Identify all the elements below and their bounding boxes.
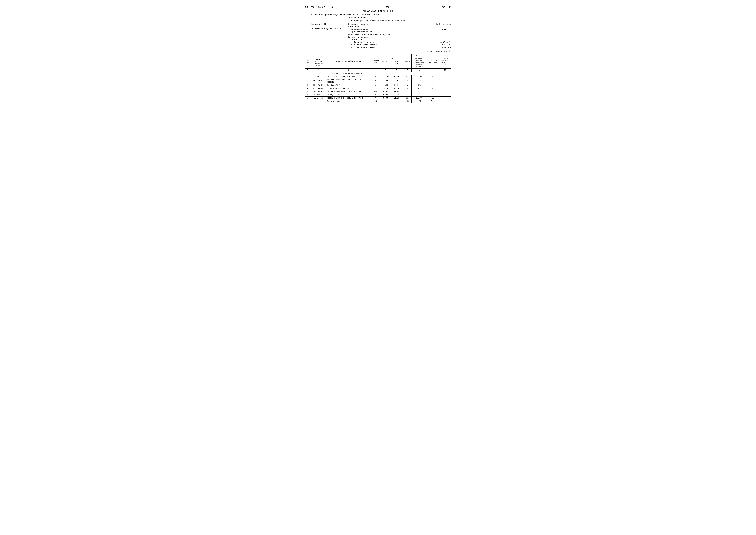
- total-qty: [381, 99, 390, 103]
- cost-row-item1: 1. Расчетную единицу 0,48 руб.: [347, 41, 451, 43]
- table-row: 5 ШО-54-7 Кабель марки ТШШОx2x0,5 по сте…: [305, 90, 451, 93]
- pokazateli-label: Показатели по смете: [347, 36, 451, 38]
- total-pricecode: [310, 99, 326, 103]
- col-header-name: Наименование работ и затрат: [326, 54, 370, 69]
- row5-total: I: [403, 90, 411, 93]
- row6-salary: –: [427, 93, 439, 97]
- section-header-row: Раздел I. Монтаж материалов: [305, 72, 451, 75]
- item1-value: 0,48 руб.: [441, 41, 451, 43]
- total-unit: руб: [371, 99, 381, 103]
- cost-row-item3: 3. 1 м3 объема здания 0,04 –"–: [347, 46, 451, 49]
- montazh-label: б) монтажных работ: [347, 31, 451, 33]
- top-header: Т.П. 703-2-1.86 Ал.7 ч.2 – I30 – 21541-0…: [305, 6, 451, 8]
- table-header-row: №№ пп № прейск. УСН, расценок (ценника) …: [305, 54, 451, 69]
- row5-norm: I/–: [411, 90, 427, 93]
- row7-name: Провод марки ТРП-Ix2x0,5 по стене: [326, 97, 370, 99]
- smetnaya-value: 0,40 тыс.руб.: [436, 23, 451, 25]
- header-left: Т.П. 703-2-1.86 Ал.7 ч.2: [305, 6, 333, 8]
- project-line2: в таре на поддонах: [334, 16, 382, 18]
- row7-pricecode: ШО-54-I2: [310, 97, 326, 99]
- col-header-salary: Основная зарплата: [427, 54, 439, 69]
- total-num: [305, 99, 310, 103]
- row1-unitcost: 0,45: [390, 75, 403, 78]
- row3-norm: 8/5: [411, 84, 427, 87]
- row1-total: 50: [403, 75, 411, 78]
- row1-unit: шт: [371, 75, 381, 78]
- row2-mach: –: [439, 78, 451, 84]
- row1-qty: II0,00: [381, 75, 390, 78]
- col-header-unitcost: Стоимость единицы руб.: [390, 54, 403, 69]
- item2-label: 2. 1 м2 площади здания: [351, 44, 377, 46]
- row4-norm: 28/I6: [411, 87, 427, 90]
- row6-unitcost: I0,00: [390, 93, 403, 97]
- section-label: Раздел I. Монтаж материалов: [305, 72, 451, 75]
- row7-unitcost: II,20: [390, 97, 403, 99]
- cost-info: Сметная стоимость 0,40 тыс.руб. в том чи…: [347, 23, 451, 49]
- document-title-block: ЛОКАЛЬНАЯ СМЕТА I–I8: [305, 10, 451, 13]
- table-row: 4 ШI-580-II Резисторы и конденсаторы " I…: [305, 87, 451, 90]
- item1-label: 1. Расчетную единицу: [351, 41, 374, 43]
- cost-row-smetnaya: Сметная стоимость 0,40 тыс.руб.: [347, 23, 451, 25]
- table-row: 2 ШО-972-I0 Коробка распределительная на…: [305, 78, 451, 84]
- col-header-total: Всего: [403, 54, 411, 69]
- row3-num: 3: [305, 84, 310, 87]
- row6-qty: 0,03: [381, 93, 390, 97]
- row3-qty: I3,00: [381, 84, 390, 87]
- row6-total: I: [403, 93, 411, 97]
- basis-section: Основание: СС–I Составлена в ценах 1984 …: [305, 23, 347, 49]
- row4-total: I6: [403, 87, 411, 90]
- row1-pricecode: ШО-743-I: [310, 75, 326, 78]
- colnum-5: 5: [381, 69, 390, 72]
- col-header-qty: Колич.: [381, 54, 390, 69]
- row3-salary: 5: [427, 84, 439, 87]
- row2-norm: 4/2: [411, 78, 427, 84]
- row7-qty: 5,33: [381, 97, 390, 99]
- colnum-8: 8: [411, 69, 427, 72]
- oboryd-label: а) оборудования: [351, 28, 368, 31]
- row7-unit: ": [371, 97, 381, 99]
- row1-name: Извещатель тепловой ИП-I05-2/I: [326, 75, 370, 78]
- col-header-unit: Единица изм.: [371, 54, 381, 69]
- row5-pricecode: ШО-54-7: [310, 90, 326, 93]
- row5-num: 5: [305, 90, 310, 93]
- col-header-pricecode: № прейск. УСН, расценок (ценника) и др.: [310, 54, 326, 69]
- vt-label: в том числе:: [347, 26, 451, 28]
- row6-norm: –: [411, 93, 427, 97]
- row4-name: Резисторы и конденсаторы: [326, 87, 370, 90]
- row1-norm: 77/44: [411, 75, 427, 78]
- item3-label: 3. 1 м3 объема здания: [351, 46, 376, 49]
- colnum-3: 3: [326, 69, 370, 72]
- row4-qty: II4,00: [381, 87, 390, 90]
- project-block: К типовому проекту Фруктохранилище из ДМ…: [305, 14, 451, 18]
- total-salary: I25: [427, 99, 439, 103]
- overall-cost-label: Общая стоимость, руб.: [426, 50, 450, 52]
- header-right: 21541-06: [442, 6, 451, 8]
- row3-mach: –: [439, 84, 451, 87]
- row6-pricecode: П8-I49-I: [310, 93, 326, 97]
- row5-name: Кабель марки ТШШОx2x0,5 по стене: [326, 90, 370, 93]
- colnum-9: 9: [427, 69, 439, 72]
- row1-salary: 44: [427, 75, 439, 78]
- row1-num: I: [305, 75, 310, 78]
- row2-unit: ": [371, 78, 381, 84]
- overall-cost-header-area: Общая стоимость, руб.: [305, 50, 451, 52]
- table-row: I ШО-743-I Извещатель тепловой ИП-I05-2/…: [305, 75, 451, 78]
- document-title: ЛОКАЛЬНАЯ СМЕТА I–I8: [305, 10, 451, 13]
- basis-line2: Составлена в ценах 1984 г: [311, 28, 347, 30]
- total-row: Всего по разделу I руб 259 2I9 I25 –: [305, 99, 451, 103]
- row7-mach: –: [439, 97, 451, 99]
- project-line1: Фруктохранилище из ДМК вместимостью 800 …: [334, 14, 382, 16]
- row4-mach: –: [439, 87, 451, 90]
- row5-qty: 0,02: [381, 90, 390, 93]
- stoimost-label: Стоимость на:: [347, 39, 451, 41]
- item3-value: 0,04 –"–: [442, 46, 451, 49]
- colnum-2: 2: [310, 69, 326, 72]
- total-mach: –: [439, 99, 451, 103]
- total-total: 259: [403, 99, 411, 103]
- basis-line1: Основание: СС–I: [311, 23, 347, 25]
- item2-value: 0,17 –"–: [442, 44, 451, 46]
- row4-unitcost: 0,I4: [390, 87, 403, 90]
- row1-mach: –: [439, 75, 451, 78]
- main-table: №№ пп № прейск. УСН, расценок (ценника) …: [305, 54, 451, 103]
- row3-unitcost: 0,4I: [390, 84, 403, 87]
